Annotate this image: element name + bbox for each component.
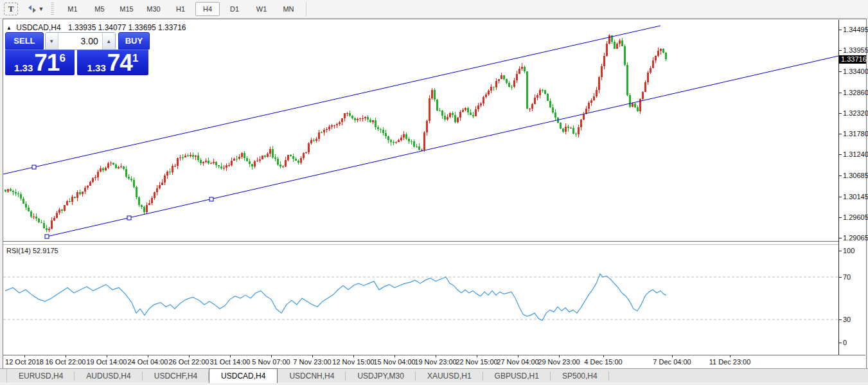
- candle: [642, 91, 644, 100]
- candle: [393, 140, 394, 145]
- sell-button[interactable]: SELL: [5, 32, 44, 49]
- volume-input[interactable]: [58, 33, 102, 49]
- candle: [233, 157, 235, 161]
- candle: [53, 216, 55, 220]
- chart-tab-sp500-h4[interactable]: SP500,H4: [551, 369, 609, 383]
- current-price-tag: 1.33716: [839, 55, 866, 64]
- channel-handle[interactable]: [127, 216, 131, 220]
- candle: [444, 112, 446, 121]
- chevron-down-icon[interactable]: ▼: [39, 6, 44, 12]
- candle: [87, 185, 89, 189]
- candle: [578, 125, 580, 138]
- date-axis-tick: [603, 355, 604, 357]
- candle: [166, 170, 168, 179]
- volume-decrease-button[interactable]: ▼: [46, 33, 58, 49]
- candle: [110, 161, 112, 166]
- candle: [123, 166, 125, 170]
- candle: [200, 158, 202, 165]
- channel-handle[interactable]: [32, 165, 36, 169]
- channel-handle[interactable]: [209, 197, 213, 201]
- candle: [33, 213, 35, 219]
- timeframe-button-h1[interactable]: H1: [168, 2, 193, 16]
- candle: [500, 73, 502, 80]
- buy-button[interactable]: BUY: [118, 32, 150, 49]
- date-axis-tick: [189, 355, 190, 357]
- candle: [359, 118, 361, 121]
- candle: [269, 147, 271, 157]
- candle: [310, 138, 312, 145]
- candle: [94, 175, 96, 181]
- candle: [133, 177, 135, 188]
- date-axis-tick: [230, 355, 231, 357]
- candle: [387, 136, 389, 143]
- date-axis-label: 4 Dec 15:00: [584, 358, 622, 366]
- candle: [61, 209, 63, 213]
- chart-tab-usdcnh-h4[interactable]: USDCNH,H4: [278, 369, 346, 383]
- timeframe-button-d1[interactable]: D1: [222, 2, 247, 16]
- price-axis-label: 1.30685: [843, 172, 868, 179]
- candle: [151, 196, 153, 205]
- price-axis-tick: [839, 134, 842, 134]
- candle: [220, 163, 222, 169]
- channel-lower-line[interactable]: [47, 56, 838, 237]
- candle: [48, 227, 50, 231]
- channel-handle[interactable]: [45, 235, 49, 238]
- chart-tab-usdjpy-m30[interactable]: USDJPY,M30: [346, 369, 415, 383]
- date-axis[interactable]: 12 Oct 201816 Oct 22:0019 Oct 14:0024 Oc…: [3, 355, 865, 368]
- candle: [244, 151, 245, 161]
- price-axis[interactable]: 1.344951.339551.334001.328601.323201.317…: [839, 20, 866, 355]
- candle: [84, 186, 86, 195]
- candle: [539, 88, 541, 98]
- candle: [493, 87, 495, 91]
- candle: [588, 101, 590, 112]
- chart-tab-audusd-h4[interactable]: AUDUSD,H4: [75, 369, 142, 383]
- timeframe-button-m1[interactable]: M1: [60, 2, 85, 16]
- chart-tab-eurusd-h4[interactable]: EURUSD,H4: [7, 369, 75, 383]
- chart-tab-usdcad-h4[interactable]: USDCAD,H4: [209, 368, 278, 383]
- timeframe-button-mn[interactable]: MN: [276, 2, 301, 16]
- candle: [506, 78, 508, 84]
- candle: [549, 98, 551, 108]
- panel-splitter-top[interactable]: [3, 241, 865, 242]
- collapse-triangle-icon[interactable]: ▲: [6, 25, 12, 31]
- candle: [213, 159, 215, 165]
- date-axis-label: 5 Nov 07:00: [252, 358, 290, 366]
- date-axis-tick: [559, 355, 560, 357]
- timeframe-button-w1[interactable]: W1: [249, 2, 274, 16]
- chart-tab-xauusd-h1[interactable]: XAUUSD,H1: [416, 369, 483, 383]
- timeframe-button-m5[interactable]: M5: [87, 2, 112, 16]
- candle: [58, 208, 60, 215]
- timeframe-button-m30[interactable]: M30: [141, 2, 166, 16]
- date-axis-label: 12 Oct 2018: [5, 358, 44, 366]
- candle: [120, 163, 122, 168]
- candle: [64, 205, 66, 211]
- chart-tab-gbpusd-h1[interactable]: GBPUSD,H1: [483, 369, 551, 383]
- toolbar-drag-handle[interactable]: [50, 3, 54, 15]
- candle: [66, 200, 68, 206]
- candle: [580, 119, 582, 130]
- timeframe-button-m15[interactable]: M15: [114, 2, 139, 16]
- candle: [187, 154, 189, 157]
- candle: [143, 206, 145, 215]
- chart-tab-usdchf-h4[interactable]: USDCHF,H4: [143, 369, 209, 383]
- candle: [184, 154, 186, 157]
- candle: [575, 132, 577, 137]
- arrows-icon: [27, 4, 37, 13]
- text-label-tool-button[interactable]: T: [4, 3, 18, 15]
- date-axis-tick: [271, 355, 272, 357]
- timeframe-button-h4[interactable]: H4: [195, 2, 220, 16]
- price-axis-tick: [839, 217, 842, 218]
- window-bottom-edge: [0, 382, 868, 385]
- candle: [215, 161, 217, 168]
- rsi-axis-tick: [839, 319, 842, 320]
- rsi-plot[interactable]: [3, 245, 838, 355]
- candle: [544, 90, 546, 94]
- bid-price-panel[interactable]: 1.33 71 6: [5, 49, 75, 75]
- chart-ohlc-values: 1.33935 1.34077 1.33695 1.33716: [68, 23, 186, 32]
- ask-price-panel[interactable]: 1.33 74 1: [77, 49, 148, 75]
- candle: [218, 165, 220, 168]
- arrow-objects-button[interactable]: ▼: [28, 1, 43, 17]
- volume-increase-button[interactable]: ▲: [102, 33, 115, 49]
- candle: [17, 192, 19, 197]
- candle: [305, 152, 307, 153]
